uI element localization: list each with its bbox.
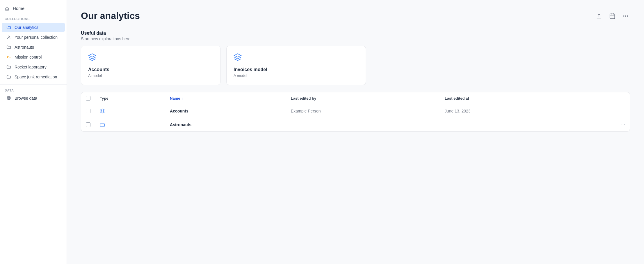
calendar-button[interactable] [608, 12, 617, 20]
sidebar-item-label-our-analytics: Our analytics [15, 25, 38, 30]
row-more-astronauts[interactable]: ··· [578, 118, 630, 132]
invoices-card-icon [234, 53, 359, 63]
sidebar-item-astronauts[interactable]: Astronauts [2, 43, 65, 52]
col-type: Type [95, 92, 165, 104]
sidebar-item-label-personal: Your personal collection [15, 35, 58, 40]
col-checkbox [81, 92, 95, 104]
main-content: Our analytics [67, 0, 644, 264]
accounts-card-desc: A model [88, 73, 213, 78]
sidebar-item-label-browse-data: Browse data [15, 96, 37, 101]
row-name-accounts[interactable]: Accounts [165, 104, 286, 118]
home-icon [5, 6, 10, 11]
items-table: Type Name ↑ Last edited by Last edited a… [81, 92, 630, 132]
col-actions [578, 92, 630, 104]
folder-icon-space-junk [6, 75, 12, 79]
invoices-card-name: Invoices model [234, 67, 359, 72]
sidebar-item-browse-data[interactable]: Browse data [2, 94, 65, 103]
row-type-accounts [95, 104, 165, 118]
cards-row: Accounts A model Invoices model A model [81, 46, 630, 85]
row-edited-at-astronauts [440, 118, 578, 132]
sidebar-divider [0, 84, 67, 85]
accounts-card-name: Accounts [88, 67, 213, 72]
row-edited-at-accounts: June 13, 2023 [440, 104, 578, 118]
db-icon [6, 96, 12, 101]
sidebar-item-label-astronauts: Astronauts [15, 45, 34, 50]
col-last-edited-by: Last edited by [286, 92, 440, 104]
svg-point-2 [7, 96, 10, 98]
collections-section-header: COLLECTIONS ··· [0, 15, 67, 22]
key-icon [6, 55, 12, 59]
useful-data-title: Useful data [81, 31, 630, 36]
invoices-card[interactable]: Invoices model A model [226, 46, 366, 85]
row-type-astronauts [95, 118, 165, 132]
svg-point-0 [8, 36, 10, 37]
row-more-accounts[interactable]: ··· [578, 104, 630, 118]
row-checkbox-accounts[interactable] [81, 104, 95, 118]
cube-icon-accounts [100, 108, 161, 114]
svg-point-7 [627, 16, 628, 16]
svg-point-6 [625, 16, 626, 16]
page-title: Our analytics [81, 10, 140, 21]
collections-more-button[interactable]: ··· [58, 17, 62, 21]
sidebar-item-label-space-junk: Space junk remediation [15, 75, 57, 79]
table-row: Astronauts ··· [81, 118, 630, 132]
row-edited-by-astronauts [286, 118, 440, 132]
sidebar: Home COLLECTIONS ··· Our analytics Your … [0, 0, 67, 264]
home-label: Home [13, 6, 24, 11]
accounts-card[interactable]: Accounts A model [81, 46, 220, 85]
col-last-edited-at: Last edited at [440, 92, 578, 104]
more-options-button[interactable] [621, 12, 630, 20]
sidebar-item-mission-control[interactable]: Mission control [2, 52, 65, 62]
sidebar-item-personal-collection[interactable]: Your personal collection [2, 33, 65, 42]
col-name[interactable]: Name ↑ [165, 92, 286, 104]
sidebar-item-space-junk[interactable]: Space junk remediation [2, 72, 65, 82]
collections-label: COLLECTIONS [5, 17, 30, 21]
sidebar-home[interactable]: Home [0, 3, 67, 13]
sidebar-item-label-mission-control: Mission control [15, 55, 42, 59]
sidebar-item-label-rocket: Rocket laboratory [15, 65, 47, 69]
folder-icon-rocket [6, 65, 12, 69]
upload-button[interactable] [595, 12, 603, 20]
svg-point-5 [623, 16, 624, 16]
sidebar-item-rocket-laboratory[interactable]: Rocket laboratory [2, 62, 65, 72]
invoices-card-desc: A model [234, 73, 359, 78]
useful-data-subtitle: Start new explorations here [81, 36, 630, 41]
data-label: DATA [5, 89, 14, 92]
sidebar-item-our-analytics[interactable]: Our analytics [2, 23, 65, 32]
folder-icon-astronauts [6, 45, 12, 50]
folder-icon-astronauts-row [100, 122, 161, 127]
accounts-card-icon [88, 53, 213, 63]
select-all-checkbox[interactable] [86, 96, 90, 101]
main-header: Our analytics [81, 10, 630, 21]
svg-rect-4 [610, 14, 615, 19]
table-row: Accounts Example Person June 13, 2023 ··… [81, 104, 630, 118]
row-name-astronauts[interactable]: Astronauts [165, 118, 286, 132]
person-icon [6, 35, 12, 40]
header-actions [595, 12, 630, 20]
svg-point-1 [7, 56, 9, 58]
row-edited-by-accounts: Example Person [286, 104, 440, 118]
data-section-header: DATA [0, 87, 67, 93]
row-checkbox-astronauts[interactable] [81, 118, 95, 132]
folder-icon [6, 25, 12, 30]
